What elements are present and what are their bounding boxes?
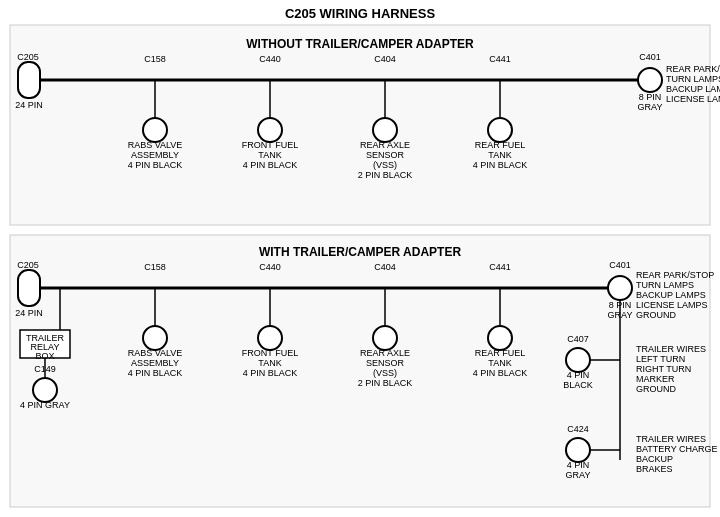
s2-c424-desc3: BACKUP: [636, 454, 673, 464]
s1-c401-desc2: TURN LAMPS: [666, 74, 720, 84]
svg-point-26: [566, 438, 590, 462]
s2-c158-l1: RABS VALVE: [128, 348, 183, 358]
s2-c158-l2: ASSEMBLY: [131, 358, 179, 368]
s2-c404-l4: 2 PIN BLACK: [358, 378, 413, 388]
s2-c404-l2: SENSOR: [366, 358, 405, 368]
s2-c441-id: C441: [489, 262, 511, 272]
s1-c440-l1: FRONT FUEL: [242, 140, 298, 150]
s2-c407-color: BLACK: [563, 380, 593, 390]
svg-point-34: [488, 326, 512, 350]
s1-c401-color: GRAY: [638, 102, 663, 112]
s2-c158-id: C158: [144, 262, 166, 272]
svg-point-24: [566, 348, 590, 372]
s2-c404-l1: REAR AXLE: [360, 348, 410, 358]
s2-c407-desc1: TRAILER WIRES: [636, 344, 706, 354]
s2-c404-id: C404: [374, 262, 396, 272]
s1-c440-l2: TANK: [258, 150, 281, 160]
s1-c158-l3: 4 PIN BLACK: [128, 160, 183, 170]
s1-c205-label: C205: [17, 52, 39, 62]
s2-c407-desc2: LEFT TURN: [636, 354, 685, 364]
s2-c401-desc2: TURN LAMPS: [636, 280, 694, 290]
s1-c440-l3: 4 PIN BLACK: [243, 160, 298, 170]
s1-c401-desc4: LICENSE LAMPS: [666, 94, 720, 104]
s1-c158-id: C158: [144, 54, 166, 64]
s1-c401-label: C401: [639, 52, 661, 62]
svg-point-32: [373, 326, 397, 350]
s2-c401-label: C401: [609, 260, 631, 270]
s2-c441-l3: 4 PIN BLACK: [473, 368, 528, 378]
section2-title: WITH TRAILER/CAMPER ADAPTER: [259, 245, 462, 259]
s1-c404-id: C404: [374, 54, 396, 64]
s1-c404-l4: 2 PIN BLACK: [358, 170, 413, 180]
s2-c407-desc5: GROUND: [636, 384, 676, 394]
svg-point-12: [488, 118, 512, 142]
s2-c401-desc5: GROUND: [636, 310, 676, 320]
s1-c205-pin: 24 PIN: [15, 100, 43, 110]
s2-c401-desc3: BACKUP LAMPS: [636, 290, 706, 300]
s2-c441-l1: REAR FUEL: [475, 348, 526, 358]
s2-c440-id: C440: [259, 262, 281, 272]
s2-c149-id: C149: [34, 364, 56, 374]
s2-c407-desc3: RIGHT TURN: [636, 364, 691, 374]
s2-c424-desc2: BATTERY CHARGE: [636, 444, 718, 454]
s2-c205-pin: 24 PIN: [15, 308, 43, 318]
s2-c401-desc4: LICENSE LAMPS: [636, 300, 708, 310]
s1-c401-desc3: BACKUP LAMPS: [666, 84, 720, 94]
s2-c424-id: C424: [567, 424, 589, 434]
s2-c424-color: GRAY: [566, 470, 591, 480]
svg-point-8: [258, 118, 282, 142]
s2-c158-l3: 4 PIN BLACK: [128, 368, 183, 378]
svg-point-30: [258, 326, 282, 350]
wiring-diagram: C205 WIRING HARNESS WITHOUT TRAILER/CAMP…: [0, 0, 720, 517]
s1-c401-desc1: REAR PARK/STOP: [666, 64, 720, 74]
svg-point-28: [143, 326, 167, 350]
svg-point-6: [143, 118, 167, 142]
s1-c441-l1: REAR FUEL: [475, 140, 526, 150]
diagram-title: C205 WIRING HARNESS: [285, 6, 436, 21]
s1-c404-l3: (VSS): [373, 160, 397, 170]
svg-rect-0: [10, 25, 710, 225]
svg-point-20: [33, 378, 57, 402]
s2-c424-desc4: BRAKES: [636, 464, 673, 474]
s1-c404-l2: SENSOR: [366, 150, 405, 160]
s2-c407-desc4: MARKER: [636, 374, 675, 384]
s1-c441-l2: TANK: [488, 150, 511, 160]
s2-c404-l3: (VSS): [373, 368, 397, 378]
svg-rect-13: [10, 235, 710, 507]
s1-c440-id: C440: [259, 54, 281, 64]
s2-c424-pin: 4 PIN: [567, 460, 590, 470]
s1-c158-l1: RABS VALVE: [128, 140, 183, 150]
svg-point-10: [373, 118, 397, 142]
svg-rect-2: [18, 62, 40, 98]
s1-c441-l3: 4 PIN BLACK: [473, 160, 528, 170]
s2-c424-desc1: TRAILER WIRES: [636, 434, 706, 444]
s2-c440-l3: 4 PIN BLACK: [243, 368, 298, 378]
s2-c441-l2: TANK: [488, 358, 511, 368]
s2-c440-l1: FRONT FUEL: [242, 348, 298, 358]
section1-title: WITHOUT TRAILER/CAMPER ADAPTER: [246, 37, 474, 51]
s2-c205-label: C205: [17, 260, 39, 270]
s2-c407-id: C407: [567, 334, 589, 344]
s2-c401-desc1: REAR PARK/STOP: [636, 270, 714, 280]
svg-point-4: [638, 68, 662, 92]
s2-c407-pin: 4 PIN: [567, 370, 590, 380]
s1-c158-l2: ASSEMBLY: [131, 150, 179, 160]
svg-rect-15: [18, 270, 40, 306]
svg-point-21: [608, 276, 632, 300]
s2-c149-pin: 4 PIN GRAY: [20, 400, 70, 410]
s1-c441-id: C441: [489, 54, 511, 64]
s1-c401-pin: 8 PIN: [639, 92, 662, 102]
s2-c440-l2: TANK: [258, 358, 281, 368]
s1-c404-l1: REAR AXLE: [360, 140, 410, 150]
